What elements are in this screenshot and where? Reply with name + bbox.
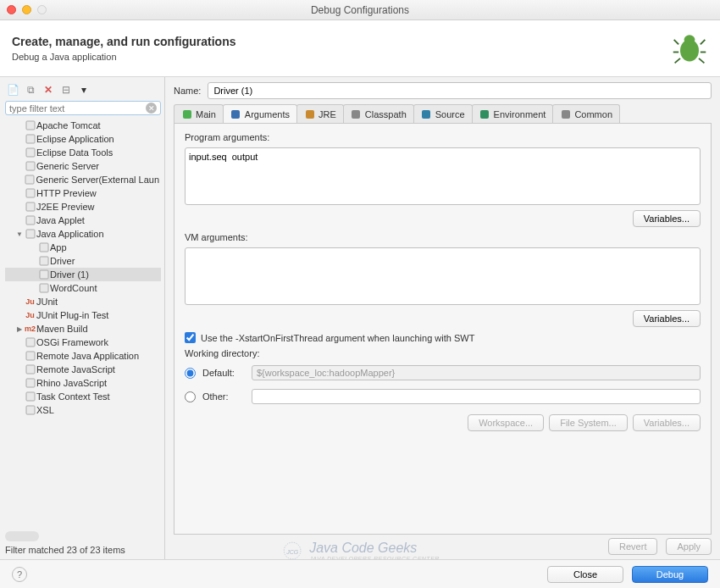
maximize-window-icon xyxy=(37,5,47,14)
filter-box[interactable]: ✕ xyxy=(5,101,161,115)
disclosure-icon[interactable]: ▼ xyxy=(15,230,24,238)
other-radio[interactable] xyxy=(185,391,196,402)
apply-button[interactable]: Apply xyxy=(666,538,712,555)
duplicate-config-button[interactable]: ⧉ xyxy=(23,82,38,97)
program-args-textarea[interactable]: input.seq output xyxy=(185,147,701,205)
tab-main[interactable]: Main xyxy=(174,104,224,123)
tab-arguments[interactable]: Arguments xyxy=(223,104,297,123)
svg-rect-14 xyxy=(26,202,35,211)
tab-source[interactable]: Source xyxy=(413,104,473,123)
tree-item[interactable]: Apache Tomcat xyxy=(5,119,161,132)
tab-jre-icon xyxy=(304,108,315,119)
tree-item[interactable]: XSL xyxy=(5,403,161,417)
header-title: Create, manage, and run configurations xyxy=(12,35,236,48)
horizontal-scrollbar[interactable] xyxy=(5,531,39,541)
tree-item[interactable]: Eclipse Application xyxy=(5,132,161,146)
tree-item-label: Eclipse Application xyxy=(36,134,114,144)
svg-line-3 xyxy=(701,40,706,45)
tree-item[interactable]: OSGi Framework xyxy=(5,336,161,349)
tab-label: Environment xyxy=(494,109,546,119)
svg-line-2 xyxy=(674,40,679,45)
config-tree[interactable]: Apache TomcatEclipse ApplicationEclipse … xyxy=(5,119,161,528)
new-config-button[interactable]: 📄 xyxy=(5,82,20,97)
tree-item-label: Driver (1) xyxy=(50,269,89,280)
close-window-icon[interactable] xyxy=(7,5,16,14)
config-toolbar: 📄 ⧉ ✕ ⊟ ▾ xyxy=(5,82,161,97)
svg-rect-27 xyxy=(183,110,191,119)
clear-filter-icon[interactable]: ✕ xyxy=(146,103,157,114)
tree-item[interactable]: ▼Java Application xyxy=(5,227,161,241)
swt-checkbox[interactable] xyxy=(185,332,196,343)
svg-line-6 xyxy=(675,58,680,64)
tree-item-label: Generic Server(External Laun xyxy=(36,175,159,185)
tree-item[interactable]: Remote Java Application xyxy=(5,349,161,363)
delete-config-button[interactable]: ✕ xyxy=(41,82,56,97)
svg-rect-26 xyxy=(26,406,35,414)
wd-variables-button[interactable]: Variables... xyxy=(633,414,701,431)
filesystem-button[interactable]: File System... xyxy=(549,414,628,431)
collapse-button[interactable]: ⊟ xyxy=(58,82,74,97)
tree-item-label: Remote Java Application xyxy=(36,351,139,361)
tree-item-label: WordCount xyxy=(50,283,97,293)
vm-variables-button[interactable]: Variables... xyxy=(633,310,701,327)
tab-environment[interactable]: Environment xyxy=(472,104,554,123)
help-icon[interactable]: ? xyxy=(12,567,27,582)
config-type-icon xyxy=(24,336,36,348)
tree-item-label: Generic Server xyxy=(36,161,99,171)
tree-item-label: JUnit Plug-in Test xyxy=(36,310,108,320)
tree-item[interactable]: Driver xyxy=(5,254,161,268)
tab-jre[interactable]: JRE xyxy=(296,104,344,123)
tree-item[interactable]: HTTP Preview xyxy=(5,186,161,200)
workspace-button[interactable]: Workspace... xyxy=(468,414,544,431)
tab-label: Source xyxy=(435,109,465,119)
tree-item[interactable]: Eclipse Data Tools xyxy=(5,146,161,159)
tab-classpath[interactable]: Classpath xyxy=(343,104,414,123)
config-type-icon xyxy=(24,377,36,389)
revert-button[interactable]: Revert xyxy=(608,538,657,555)
tree-item[interactable]: WordCount xyxy=(5,281,161,295)
svg-rect-18 xyxy=(40,257,48,265)
tree-item[interactable]: Generic Server(External Laun xyxy=(5,173,161,186)
tree-item[interactable]: Remote JavaScript xyxy=(5,363,161,376)
tab-environment-icon xyxy=(479,108,490,119)
vm-args-textarea[interactable] xyxy=(185,247,701,305)
program-variables-button[interactable]: Variables... xyxy=(633,210,701,227)
config-type-icon xyxy=(24,119,36,131)
tree-item[interactable]: JuJUnit xyxy=(5,295,161,308)
debug-button[interactable]: Debug xyxy=(632,566,708,583)
name-input[interactable] xyxy=(208,82,712,99)
header-subtitle: Debug a Java application xyxy=(12,52,236,62)
other-dir-field[interactable] xyxy=(252,389,701,404)
svg-rect-20 xyxy=(40,284,48,292)
tree-item[interactable]: App xyxy=(5,241,161,254)
tab-source-icon xyxy=(421,108,432,119)
tree-item-label: App xyxy=(50,242,67,252)
tree-item[interactable]: JuJUnit Plug-in Test xyxy=(5,308,161,322)
filter-input[interactable] xyxy=(9,103,146,114)
default-radio[interactable] xyxy=(185,368,196,379)
svg-rect-11 xyxy=(26,162,35,170)
tree-item-label: Java Application xyxy=(36,229,104,239)
tab-arguments-icon xyxy=(230,108,241,119)
tree-item[interactable]: J2EE Preview xyxy=(5,200,161,214)
tree-item-label: Driver xyxy=(50,256,75,266)
filter-menu-button[interactable]: ▾ xyxy=(76,82,91,97)
tree-item[interactable]: ▶m2Maven Build xyxy=(5,322,161,336)
tree-item[interactable]: Rhino JavaScript xyxy=(5,376,161,390)
close-button[interactable]: Close xyxy=(547,566,623,583)
tab-main-icon xyxy=(181,108,192,119)
svg-rect-10 xyxy=(26,148,35,157)
svg-rect-21 xyxy=(26,338,35,347)
title-bar: Debug Configurations xyxy=(0,0,720,20)
config-type-icon xyxy=(37,269,50,280)
tree-item[interactable]: Task Context Test xyxy=(5,390,161,403)
minimize-window-icon[interactable] xyxy=(22,5,31,14)
tab-common[interactable]: Common xyxy=(552,104,620,123)
config-type-icon xyxy=(24,133,36,145)
tree-item[interactable]: Generic Server xyxy=(5,159,161,173)
arguments-tab-body: Program arguments: input.seq output Vari… xyxy=(174,124,712,535)
window-controls xyxy=(7,5,47,14)
tree-item[interactable]: Driver (1) xyxy=(5,268,161,281)
tree-item[interactable]: Java Applet xyxy=(5,214,161,227)
disclosure-icon[interactable]: ▶ xyxy=(15,325,24,333)
